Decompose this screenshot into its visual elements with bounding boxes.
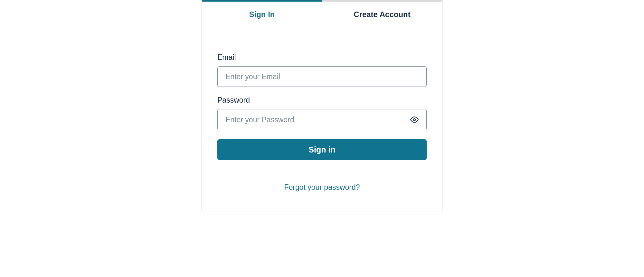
eye-icon [410, 115, 419, 124]
tab-sign-in[interactable]: Sign In [202, 0, 322, 27]
toggle-password-visibility[interactable] [402, 109, 426, 130]
password-input-wrapper [217, 109, 427, 130]
email-label: Email [217, 53, 427, 62]
password-field-group: Password [217, 96, 427, 130]
auth-tabs: Sign In Create Account [202, 0, 442, 27]
tab-create-account[interactable]: Create Account [322, 0, 442, 27]
sign-in-button[interactable]: Sign in [217, 139, 427, 160]
svg-point-0 [413, 119, 415, 121]
auth-card: Sign In Create Account Email Password Si… [202, 0, 442, 211]
email-field-group: Email [217, 53, 427, 87]
sign-in-form: Email Password Sign in Forgot your passw… [202, 27, 442, 192]
password-label: Password [217, 96, 427, 105]
email-input[interactable] [217, 66, 427, 87]
forgot-password-link[interactable]: Forgot your password? [217, 183, 427, 192]
password-input[interactable] [218, 109, 402, 130]
